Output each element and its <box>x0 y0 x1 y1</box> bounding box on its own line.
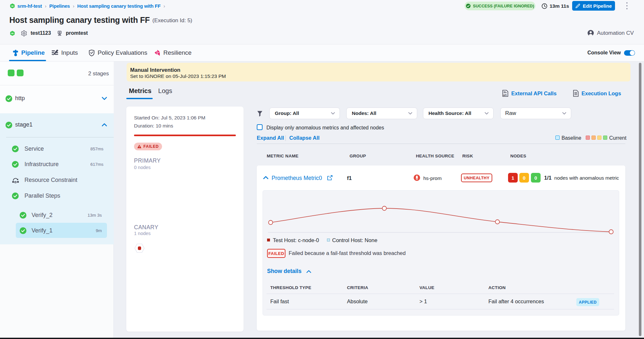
svg-text:∞: ∞ <box>11 31 14 35</box>
svg-text:∞: ∞ <box>11 4 14 7</box>
svg-text:API: API <box>503 94 507 96</box>
